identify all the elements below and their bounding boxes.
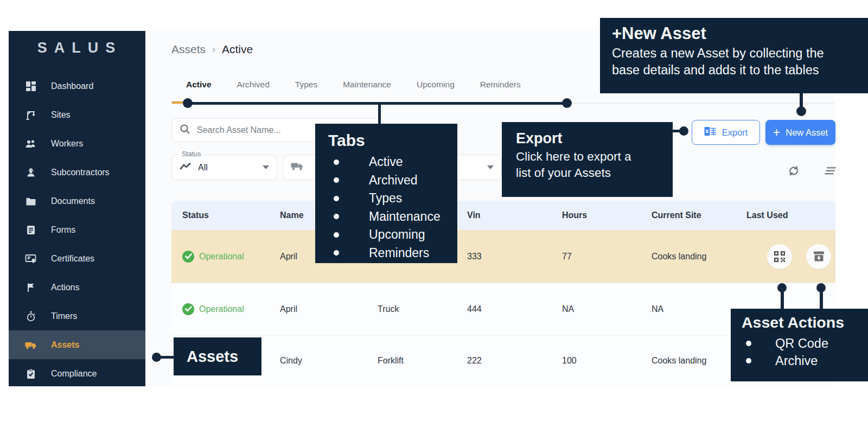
breadcrumb-current: Active bbox=[222, 43, 253, 56]
truck-filter-icon bbox=[291, 161, 304, 174]
sidebar: SALUS Dashboard Sites Workers bbox=[9, 31, 145, 386]
callout-tabs: Tabs Active Archived Types Maintenance U… bbox=[315, 124, 457, 263]
sidebar-item-compliance[interactable]: Compliance bbox=[9, 359, 145, 388]
subcontractor-icon bbox=[25, 167, 37, 178]
sidebar-item-timers[interactable]: Timers bbox=[9, 302, 145, 330]
sidebar-item-workers[interactable]: Workers bbox=[9, 129, 145, 158]
callout-title: Export bbox=[516, 129, 673, 149]
qr-code-button[interactable] bbox=[767, 244, 792, 269]
bullet-icon bbox=[334, 250, 339, 256]
tab-bar: Active Archived Types Maintenance Upcomi… bbox=[186, 80, 521, 90]
bullet-icon bbox=[334, 214, 339, 219]
callout-bullet-list: Active Archived Types Maintenance Upcomi… bbox=[328, 153, 457, 262]
row-actions bbox=[736, 244, 835, 269]
bullet-icon bbox=[334, 196, 339, 201]
table-row[interactable]: Operational April 333 77 Cooks landing bbox=[171, 230, 835, 283]
operational-check-icon bbox=[182, 251, 194, 263]
tab-active[interactable]: Active bbox=[186, 80, 212, 90]
plus-icon: + bbox=[773, 126, 780, 139]
status-badge: Operational bbox=[199, 252, 244, 261]
column-header-status: Status bbox=[171, 210, 269, 220]
tab-reminders[interactable]: Reminders bbox=[480, 80, 521, 90]
stopwatch-icon bbox=[25, 311, 37, 322]
new-asset-button-label: New Asset bbox=[786, 127, 828, 138]
sidebar-item-forms[interactable]: Forms bbox=[9, 215, 145, 244]
annotation-dot bbox=[777, 283, 787, 292]
table-header-row: Status Name Vin Hours Current Site Last … bbox=[171, 201, 835, 230]
sidebar-item-dashboard[interactable]: Dashboard bbox=[9, 72, 145, 100]
sidebar-nav: Dashboard Sites Workers Subcontractors bbox=[9, 72, 145, 388]
callout-body-line: Click here to export a bbox=[516, 149, 673, 165]
sort-lines-icon[interactable] bbox=[825, 166, 838, 176]
bullet-icon bbox=[334, 177, 339, 183]
sidebar-item-label: Dashboard bbox=[51, 81, 93, 91]
tab-maintenance[interactable]: Maintenance bbox=[343, 80, 391, 90]
annotation-dot bbox=[816, 283, 826, 292]
breadcrumb-separator-icon: › bbox=[212, 44, 215, 55]
sidebar-item-actions[interactable]: Actions bbox=[9, 273, 145, 302]
status-filter-label: Status bbox=[179, 150, 203, 158]
status-filter-select[interactable]: Status All bbox=[171, 155, 277, 180]
operational-check-icon bbox=[182, 303, 194, 315]
column-header-hours: Hours bbox=[551, 210, 641, 220]
truck-icon bbox=[25, 340, 37, 350]
tab-upcoming[interactable]: Upcoming bbox=[417, 80, 455, 90]
workers-icon bbox=[25, 138, 37, 149]
callout-bullet-item: Upcoming bbox=[328, 226, 457, 244]
caret-down-icon bbox=[263, 165, 269, 169]
tab-types[interactable]: Types bbox=[295, 80, 317, 90]
annotation-dot bbox=[679, 126, 688, 136]
tabs-annotation-stem bbox=[378, 103, 381, 124]
status-cell: Operational bbox=[171, 251, 269, 263]
archive-button[interactable] bbox=[806, 244, 831, 269]
type-cell: Forklift bbox=[367, 356, 456, 366]
site-cell: Cooks landing bbox=[641, 356, 736, 366]
activity-icon bbox=[180, 162, 192, 173]
status-badge: Operational bbox=[199, 304, 244, 314]
vin-cell: 222 bbox=[456, 356, 551, 366]
sidebar-item-documents[interactable]: Documents bbox=[9, 187, 145, 215]
assets-annotation-line bbox=[159, 356, 174, 359]
name-cell: April bbox=[269, 304, 367, 314]
callout-bullet-item: QR Code bbox=[742, 335, 868, 352]
export-button-label: Export bbox=[722, 127, 748, 138]
callout-new-asset: +New Asset Creates a new Asset by collec… bbox=[600, 18, 868, 93]
sidebar-item-sites[interactable]: Sites bbox=[9, 100, 145, 129]
tab-archived[interactable]: Archived bbox=[237, 80, 270, 90]
sidebar-item-subcontractors[interactable]: Subcontractors bbox=[9, 158, 145, 187]
sidebar-item-label: Timers bbox=[51, 311, 77, 321]
column-header-vin: Vin bbox=[456, 210, 551, 220]
callout-body-line: list of your Assets bbox=[516, 165, 673, 181]
sidebar-item-assets[interactable]: Assets bbox=[9, 330, 145, 359]
callout-title: Asset Actions bbox=[742, 312, 868, 333]
annotation-dot bbox=[562, 98, 572, 108]
breadcrumb-parent[interactable]: Assets bbox=[171, 43, 206, 56]
site-cell: NA bbox=[641, 304, 736, 314]
annotation-dot bbox=[183, 98, 193, 108]
callout-title: Assets bbox=[187, 348, 238, 366]
caret-down-icon bbox=[487, 165, 494, 169]
sidebar-item-label: Sites bbox=[51, 110, 71, 120]
callout-bullet-item: Active bbox=[328, 153, 457, 171]
sidebar-item-label: Documents bbox=[51, 196, 95, 206]
callout-asset-actions: Asset Actions QR Code Archive bbox=[731, 309, 868, 381]
tabs-annotation-line bbox=[183, 102, 567, 105]
name-cell: Cindy bbox=[269, 356, 367, 366]
new-asset-button[interactable]: + New Asset bbox=[765, 120, 835, 145]
callout-bullet-item: Reminders bbox=[328, 244, 457, 263]
hours-cell: 100 bbox=[551, 356, 641, 366]
callout-bullet-item: Archive bbox=[742, 352, 868, 369]
sidebar-item-label: Subcontractors bbox=[51, 168, 110, 177]
callout-body-line: base details and adds it to the tables bbox=[612, 62, 868, 79]
refresh-icon[interactable] bbox=[787, 164, 801, 178]
callout-bullet-item: Types bbox=[328, 189, 457, 208]
sidebar-item-certificates[interactable]: Certificates bbox=[9, 244, 145, 273]
form-icon bbox=[25, 225, 37, 235]
bullet-icon bbox=[746, 341, 751, 346]
salus-logo: SALUS bbox=[9, 40, 145, 56]
callout-body-line: Creates a new Asset by collecting the bbox=[612, 45, 868, 62]
annotation-dot bbox=[796, 106, 806, 116]
export-button[interactable]: Export bbox=[692, 120, 760, 145]
crane-icon bbox=[25, 110, 37, 120]
screenshot-canvas: SALUS Dashboard Sites Workers bbox=[0, 0, 868, 421]
